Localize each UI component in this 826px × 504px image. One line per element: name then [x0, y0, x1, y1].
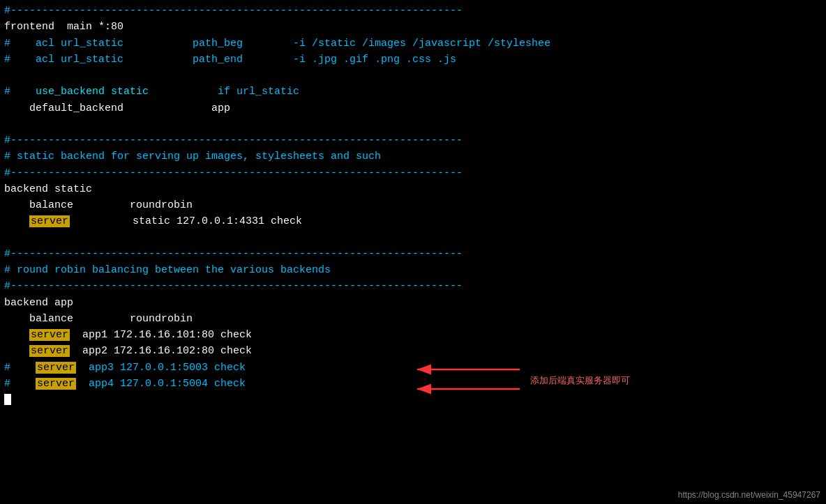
line-12: backend static: [4, 181, 822, 197]
line-9: #---------------------------------------…: [4, 132, 822, 148]
line-18: #---------------------------------------…: [4, 278, 822, 294]
cursor: [4, 394, 11, 405]
line-1: #---------------------------------------…: [4, 3, 822, 19]
line-5: [4, 68, 822, 84]
line-4: # acl url_static path_end -i .jpg .gif .…: [4, 52, 822, 68]
line-20: balance roundrobin: [4, 311, 822, 327]
watermark: https://blog.csdn.net/weixin_45947267: [678, 490, 820, 500]
line-25: [4, 392, 822, 408]
server-highlight-1: server: [29, 215, 70, 227]
terminal: #---------------------------------------…: [0, 0, 826, 504]
line-15: [4, 230, 822, 246]
line-14: server static 127.0.0.1:4331 check: [4, 213, 822, 229]
line-17: # round robin balancing between the vari…: [4, 262, 822, 278]
line-19: backend app: [4, 295, 822, 311]
line-22: server app2 172.16.16.102:80 check: [4, 343, 822, 359]
annotation-text: 添加后端真实服务器即可: [530, 374, 630, 387]
line-16: #---------------------------------------…: [4, 246, 822, 262]
line-10: # static backend for serving up images, …: [4, 148, 822, 165]
line-6: # use_backend static if url_static: [4, 84, 822, 100]
line-21: server app1 172.16.16.101:80 check: [4, 327, 822, 343]
line-8: [4, 116, 822, 132]
line-11: #---------------------------------------…: [4, 165, 822, 181]
server-highlight-2: server: [29, 329, 70, 341]
server-highlight-3: server: [29, 345, 70, 357]
line-23: # server app3 127.0.0.1:5003 check: [4, 360, 822, 376]
server-highlight-5: server: [36, 378, 76, 390]
line-3: # acl url_static path_beg -i /static /im…: [4, 36, 822, 52]
line-24: # server app4 127.0.0.1:5004 check: [4, 376, 822, 392]
server-highlight-4: server: [36, 362, 76, 374]
line-13: balance roundrobin: [4, 197, 822, 213]
line-2: frontend main *:80: [4, 19, 822, 35]
line-7: default_backend app: [4, 100, 822, 116]
